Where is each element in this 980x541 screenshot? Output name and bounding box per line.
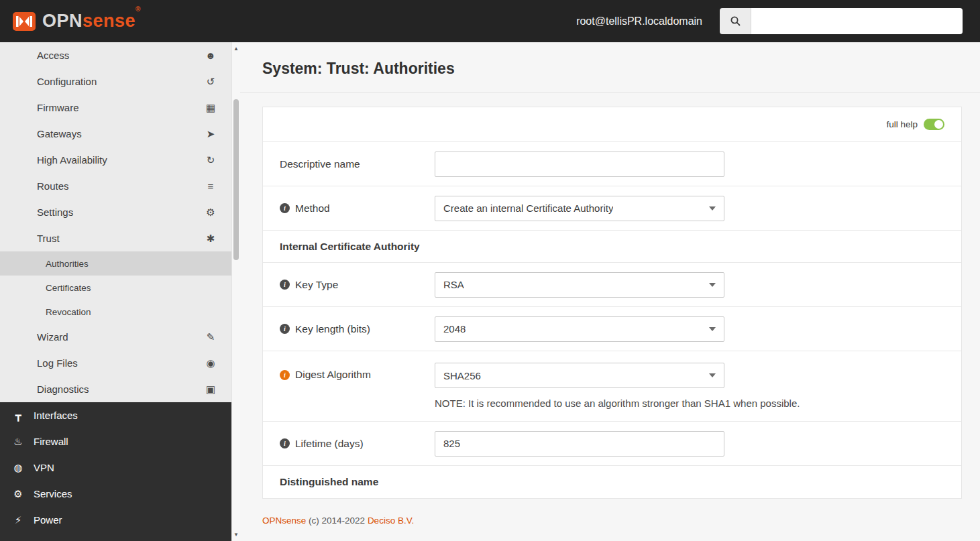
sidebar-item-label: Wizard [37,331,68,343]
fire-icon: ♨ [11,436,25,448]
caret-down-icon [709,373,716,377]
field-label-group: Descriptive name [280,158,435,170]
scrollbar-up-icon[interactable]: ▲ [232,44,240,54]
caret-down-icon [709,206,716,211]
logo-text-opn: OPN [42,11,83,31]
full-help-toggle[interactable] [924,119,944,130]
lifetime-input[interactable] [435,431,724,457]
sidebar-item-label: Services [34,488,72,499]
sidebar-item-interfaces[interactable]: ┳ Interfaces [0,402,231,428]
sidebar-item-vpn[interactable]: ◍ VPN [0,455,231,481]
gears-icon: ⚙ [203,206,218,219]
sidebar-item-configuration[interactable]: Configuration ↺ [0,68,231,95]
sidebar-item-label: Gateways [37,128,82,139]
sidebar-item-diagnostics[interactable]: Diagnostics ▣ [0,376,231,402]
field-label-group: i Method [280,202,435,215]
location-arrow-icon: ➤ [203,128,218,140]
history-icon: ↺ [203,76,218,88]
sidebar-item-label: Diagnostics [37,383,89,395]
sidebar-item-access[interactable]: Access ☻ [0,42,231,68]
certificate-icon: ✱ [203,233,218,245]
sidebar-item-label: Revocation [46,307,91,317]
key-type-select[interactable]: RSA [435,272,724,298]
opnsense-logo[interactable]: OPNsense® [12,9,141,34]
sidebar-item-label: Certificates [46,283,91,293]
deciso-link[interactable]: Deciso B.V. [368,516,414,526]
page-title: System: Trust: Authorities [262,60,958,78]
main-content: System: Trust: Authorities full help Des… [240,42,980,541]
sidebar-item-firewall[interactable]: ♨ Firewall [0,428,231,455]
key-type-select-value: RSA [443,279,464,290]
sidebar-item-authorities[interactable]: Authorities [0,251,231,276]
field-label: Key length (bits) [295,323,370,335]
opnsense-app: OPNsense® root@tellisPR.localdomain Acce… [0,0,980,541]
system-submenu: Access ☻ Configuration ↺ Firmware ▦ Gate… [0,42,231,402]
logo-text-sense: sense [83,11,135,31]
sidebar-item-label: VPN [34,462,54,473]
toggle-knob [934,120,943,129]
sidebar-item-routes[interactable]: Routes ≡ [0,173,231,199]
power-icon: ⚡ [11,514,25,526]
section-title: Distinguished name [280,476,378,488]
field-label-group: i Digest Algorithm [280,363,435,381]
sidebar-item-label: Authorities [46,259,89,269]
search-input[interactable] [751,8,963,34]
header-right: root@tellisPR.localdomain [576,8,963,34]
logo-text: OPNsense® [42,12,141,30]
search-button[interactable] [720,8,751,34]
form-row-key-type: i Key Type RSA [263,263,961,307]
sidebar-item-label: Trust [37,233,60,244]
sidebar-item-label: Configuration [37,76,97,87]
caret-down-icon [709,283,716,287]
sidebar-item-gateways[interactable]: Gateways ➤ [0,121,231,147]
field-label-group: i Lifetime (days) [280,438,435,450]
sidebar-item-high-availability[interactable]: High Availability ↻ [0,147,231,173]
scrollbar-down-icon[interactable]: ▼ [232,530,240,540]
sidebar-item-firmware[interactable]: Firmware ▦ [0,95,231,121]
sidebar-item-log-files[interactable]: Log Files ◉ [0,350,231,376]
method-select[interactable]: Create an internal Certificate Authority [435,196,724,221]
sidebar-item-settings[interactable]: Settings ⚙ [0,199,231,225]
key-length-select-value: 2048 [443,323,466,335]
caret-down-icon [709,327,716,331]
users-icon: ☻ [203,50,218,61]
sidebar-nav: Access ☻ Configuration ↺ Firmware ▦ Gate… [0,42,231,541]
key-length-select[interactable]: 2048 [435,316,724,342]
info-icon[interactable]: i [280,438,290,448]
descriptive-name-input[interactable] [435,152,724,177]
sidebar-item-label: Power [34,514,62,526]
field-label: Digest Algorithm [295,369,371,381]
form-row-lifetime: i Lifetime (days) [263,422,961,466]
copyright-text: (c) 2014-2022 [309,516,365,526]
info-icon[interactable]: i [280,280,290,290]
digest-control-group: SHA256 NOTE: It is recommended to use an… [435,363,800,409]
sidebar-item-label: Firmware [37,102,79,113]
sidebar-item-certificates[interactable]: Certificates [0,276,231,300]
opnsense-link[interactable]: OPNsense [262,516,306,526]
form-row-descriptive-name: Descriptive name [263,142,961,186]
digest-algorithm-select[interactable]: SHA256 [435,363,724,388]
info-icon[interactable]: i [280,370,290,380]
section-internal-certificate-authority: Internal Certificate Authority [263,231,961,263]
form-row-method: i Method Create an internal Certificate … [263,186,961,231]
info-icon[interactable]: i [280,203,290,213]
field-label: Method [295,202,330,215]
sidebar-item-power[interactable]: ⚡ Power [0,507,231,533]
page-header: System: Trust: Authorities [240,42,980,93]
sidebar-item-revocation[interactable]: Revocation [0,300,231,324]
search-box [720,8,963,34]
info-icon[interactable]: i [280,324,290,334]
refresh-icon: ↻ [203,154,218,166]
globe-icon: ◍ [11,462,25,474]
sidebar-scrollbar[interactable]: ▲ ▼ [231,42,240,541]
search-icon [730,15,741,27]
sidebar-item-trust[interactable]: Trust ✱ [0,225,231,251]
method-select-value: Create an internal Certificate Authority [443,202,613,214]
scrollbar-thumb[interactable] [233,99,239,260]
diagnostics-icon: ▣ [203,383,218,396]
sidebar-item-wizard[interactable]: Wizard ✎ [0,324,231,350]
sidebar-item-services[interactable]: ⚙ Services [0,481,231,507]
sidebar-item-label: Settings [37,206,73,218]
sliders-icon: ≡ [203,180,218,192]
sidebar-item-help[interactable]: ? Help [0,533,231,541]
